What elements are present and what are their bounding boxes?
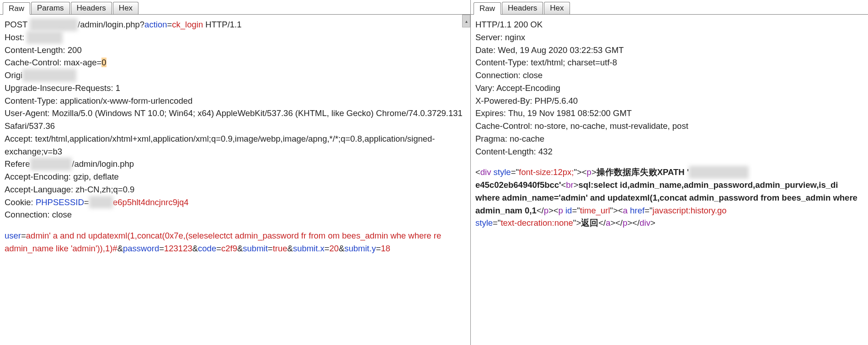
method: POST	[5, 20, 27, 29]
request-panel: Raw Params Headers Hex ▴ POST ████████/a…	[0, 0, 471, 345]
response-content[interactable]: HTTP/1.1 200 OK Server: nginx Date: Wed,…	[471, 15, 868, 345]
header-cache-control: Cache-Control: no-store, no-cache, must-…	[475, 120, 863, 133]
redacted-host: ████████	[30, 18, 78, 31]
eq: =	[167, 20, 172, 29]
header-x-powered-by: X-Powered-By: PHP/5.6.40	[475, 95, 863, 107]
tag-p: p	[587, 167, 591, 177]
body-code-val: c2f9	[221, 244, 237, 253]
request-tabs: Raw Params Headers Hex	[0, 0, 470, 15]
tag-a: a	[623, 206, 628, 215]
param-val: ck_login	[172, 20, 203, 29]
referer-label: Refere	[5, 159, 30, 169]
response-tabs: Raw Headers Hex	[471, 0, 868, 15]
tab-params[interactable]: Params	[31, 2, 70, 14]
header-accept: Accept: text/html,application/xhtml+xml,…	[5, 133, 466, 158]
request-content[interactable]: ▴ POST ████████/admin/login.php?action=c…	[0, 15, 470, 345]
body-password-val: 123123	[164, 244, 192, 253]
header-server: Server: nginx	[475, 31, 863, 44]
body-submity-val: 18	[381, 244, 390, 253]
tab-raw[interactable]: Raw	[3, 2, 30, 15]
header-connection: Connection: close	[5, 208, 466, 221]
redacted-cookie: ████	[89, 196, 113, 209]
tab-hex[interactable]: Hex	[113, 2, 138, 14]
host-label: Host:	[5, 32, 27, 42]
header-expires: Expires: Thu, 19 Nov 1981 08:52:00 GMT	[475, 107, 863, 120]
header-user-agent: User-Agent: Mozilla/5.0 (Windows NT 10.0…	[5, 107, 466, 133]
path: /admin/login.php?	[78, 20, 144, 29]
tab-hex[interactable]: Hex	[544, 2, 570, 14]
cache-control-label: Cache-Control: max-age=	[5, 58, 101, 67]
hash-tail: e45c02eb64940f5bcc'	[475, 180, 561, 190]
tab-raw[interactable]: Raw	[474, 2, 501, 15]
body-submity-key: submit.y	[345, 244, 376, 253]
body-user-key: user	[5, 231, 21, 240]
scrollbar-thumb[interactable]: ▴	[462, 15, 470, 27]
header-cookie: Cookie: PHPSESSID=████e6p5hlt4dncjnrc9jq…	[5, 196, 466, 209]
id-value: time_url	[580, 206, 610, 215]
error-text: 操作数据库失败XPATH	[596, 167, 685, 177]
status-line: HTTP/1.1 200 OK	[475, 18, 863, 31]
cookie-key: PHPSESSID	[36, 197, 84, 207]
header-accept-language: Accept-Language: zh-CN,zh;q=0.9	[5, 183, 466, 196]
redacted-origin: █████████	[22, 69, 76, 82]
header-origin: Origi█████████	[5, 69, 466, 82]
body-submit-val: true	[273, 244, 288, 253]
cache-control-value: 0	[101, 58, 106, 67]
header-referer: Refere███████/admin/login.php	[5, 158, 466, 170]
cookie-value: e6p5hlt4dncjnrc9jq4	[113, 197, 189, 207]
header-content-type: Content-Type: application/x-www-form-url…	[5, 95, 466, 107]
header-date: Date: Wed, 19 Aug 2020 03:22:53 GMT	[475, 44, 863, 57]
header-upgrade: Upgrade-Insecure-Requests: 1	[5, 82, 466, 95]
request-line: POST ████████/admin/login.php?action=ck_…	[5, 18, 466, 31]
link-text: 返回	[581, 218, 598, 228]
eq: =	[84, 197, 89, 207]
body-code-key: code	[198, 244, 216, 253]
style-value: font-size:12px;	[519, 167, 574, 177]
tag-br: br	[566, 180, 573, 190]
body-password-key: password	[123, 244, 159, 253]
referer-path: /admin/login.php	[72, 159, 134, 169]
header-accept-encoding: Accept-Encoding: gzip, deflate	[5, 170, 466, 183]
tab-headers[interactable]: Headers	[502, 2, 543, 14]
header-vary: Vary: Accept-Encoding	[475, 82, 863, 95]
href-value: javascript:history.go	[653, 206, 727, 215]
header-content-type: Content-Type: text/html; charset=utf-8	[475, 56, 863, 69]
attr-style: style	[494, 167, 511, 177]
attr-href: href	[630, 206, 644, 215]
header-content-length: Content-Length: 200	[5, 44, 466, 57]
param-key: action	[144, 20, 167, 29]
body-submit-key: submit	[243, 244, 268, 253]
header-connection: Connection: close	[475, 69, 863, 82]
tag-div: div	[480, 167, 491, 177]
header-content-length: Content-Length: 432	[475, 145, 863, 158]
response-panel: Raw Headers Hex HTTP/1.1 200 OK Server: …	[471, 0, 868, 345]
header-pragma: Pragma: no-cache	[475, 133, 863, 145]
body-submitx-val: 20	[330, 244, 339, 253]
header-host: Host: ██████	[5, 31, 466, 44]
redacted-hash: ██████████	[689, 166, 749, 179]
origin-label: Origi	[5, 70, 22, 80]
redacted-host-value: ██████	[27, 31, 63, 44]
response-body: <div style="font-size:12px;"><p>操作数据库失败X…	[475, 166, 863, 229]
header-cache-control: Cache-Control: max-age=0	[5, 56, 466, 69]
request-body: user=admin' a and nd updatexml(1,concat(…	[5, 229, 466, 255]
tab-headers[interactable]: Headers	[71, 2, 112, 14]
attr-id: id	[565, 206, 572, 215]
body-submitx-key: submit.x	[293, 244, 325, 253]
redacted-referer: ███████	[30, 158, 72, 170]
style-value-2: text-decration:none	[501, 218, 573, 228]
http-version: HTTP/1.1	[203, 20, 241, 29]
cookie-label: Cookie:	[5, 197, 36, 207]
